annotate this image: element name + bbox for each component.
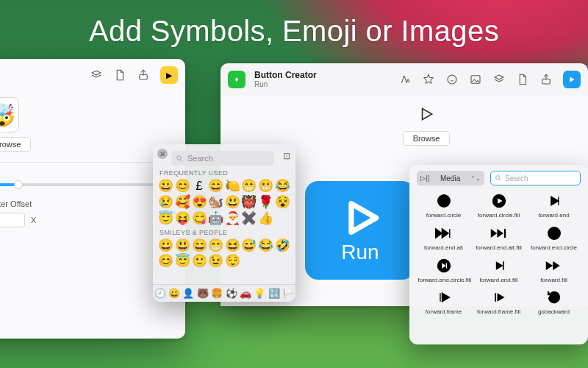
emoji-cell[interactable]: 😊 [158,253,174,269]
close-icon[interactable]: ✕ [157,149,168,159]
document-icon[interactable] [516,73,529,86]
category-people-icon[interactable]: 👤 [182,288,194,299]
symbol-icon [545,256,564,275]
document-icon[interactable] [113,68,126,82]
emoji-cell[interactable]: 😀 [158,238,174,253]
symbol-cell[interactable]: forward.circle [417,191,470,219]
emoji-cell[interactable]: 😀 [158,178,174,194]
emoji-cell[interactable]: 😉 [208,253,224,269]
svg-rect-14 [503,229,505,238]
star-icon[interactable] [422,73,435,86]
emoji-cell[interactable]: 😄 [191,238,207,253]
emoji-cell[interactable]: 😃 [175,238,191,253]
category-flags-icon[interactable]: 🏳️ [282,288,294,299]
emoji-cell[interactable]: 😬 [258,178,274,194]
emoji-cell[interactable]: 🤣 [274,238,290,253]
layers-icon[interactable] [90,68,103,82]
symbol-cell[interactable]: forward.end.alt.fill [472,224,526,252]
emoji-cell[interactable]: 😆 [225,238,241,253]
text-style-icon[interactable] [398,73,412,86]
emoji-cell[interactable]: 😢 [158,194,174,210]
emoji-cell[interactable]: 🤖 [208,210,224,226]
app-icon [228,71,245,88]
symbol-search[interactable]: Search [490,171,581,185]
emoji-cell[interactable]: 🎅 [225,210,241,226]
category-nature-icon[interactable]: 🐻 [197,288,209,299]
symbol-category-select[interactable]: ▷|| Media ⌃⌄ [417,171,484,185]
emoji-cell[interactable]: 😂 [274,178,290,194]
symbol-cell[interactable]: forward.fill [527,256,581,284]
symbol-cell[interactable]: forward.end.fill [472,256,526,284]
emoji-cell[interactable]: 👹 [241,194,257,210]
symbol-cell[interactable]: forward.frame [417,288,470,316]
symbol-cell[interactable]: forward.end.circle [527,224,581,252]
emoji-cell[interactable]: 😅 [241,238,257,253]
category-objects-icon[interactable]: 💡 [254,288,265,299]
run-card-title: Run [341,241,379,264]
emoji-cell[interactable]: 😇 [158,210,174,226]
symbol-name: forward.end.circle [531,245,577,252]
emoji-cell[interactable]: 😋 [191,210,207,226]
emoji-cell[interactable]: 👍 [258,210,274,226]
category-food-icon[interactable]: 🍔 [211,288,223,299]
chevron-updown-icon: ⌃⌄ [470,175,481,182]
app-subtitle: Run [254,80,317,88]
symbol-cell[interactable]: forward.frame.fill [472,288,526,316]
category-smileys-icon[interactable]: 😀 [168,288,180,299]
category-symbols-icon[interactable]: 🔣 [268,288,280,299]
browse-button[interactable]: Browse [403,131,450,146]
emoji-cell[interactable]: 😁 [241,178,257,194]
emoji-section-frequent: FREQUENTLY USED [159,169,290,177]
emoji-cell[interactable] [274,253,290,269]
symbol-category-label: Media [440,174,460,183]
emoji-category-bar[interactable]: 🕘 😀 👤 🐻 🍔 ⚽ 🚗 💡 🔣 🏳️ [153,284,295,302]
emoji-cell[interactable] [241,253,257,269]
emoji-icon[interactable] [445,73,459,86]
emoji-cell[interactable]: 😝 [175,210,191,226]
share-icon[interactable] [137,68,150,82]
emoji-cell[interactable]: 😍 [191,194,207,210]
emoji-cell[interactable]: 😃 [225,194,241,210]
expand-icon[interactable]: ⊡ [283,151,290,161]
share-icon[interactable] [539,73,553,86]
emoji-cell[interactable]: 😌 [225,253,241,269]
symbol-cell[interactable]: forward.circle.fill [472,191,526,219]
media-category-icon: ▷|| [420,174,430,182]
symbol-cell[interactable]: gobackward [527,288,581,316]
offset-x-field[interactable] [0,213,25,227]
emoji-cell[interactable]: 😵 [274,194,290,210]
emoji-cell[interactable]: £ [191,178,207,194]
emoji-picker: ✕ ⊡ Search FREQUENTLY USED 😀😊£😄🍋😁😬😂😢🥰😍🐿️… [153,144,295,302]
emoji-cell[interactable]: 😊 [175,178,191,194]
emoji-cell[interactable]: 😄 [208,178,224,194]
browse-button[interactable]: Browse [0,137,31,152]
emoji-cell[interactable]: 😁 [208,238,224,253]
layers-icon[interactable] [492,73,506,86]
emoji-cell[interactable]: 🐿️ [208,194,224,210]
run-toolbar-button[interactable]: ▶ [160,66,178,84]
emoji-cell[interactable] [258,253,274,269]
image-thumbnail[interactable]: 🤯 [0,97,19,132]
category-recent-icon[interactable]: 🕘 [154,288,166,299]
emoji-cell[interactable]: 🌹 [258,194,274,210]
emoji-search[interactable]: Search [171,151,274,166]
emoji-cell[interactable]: 😂 [258,238,274,253]
symbol-name: forward.end [538,213,569,219]
category-travel-icon[interactable]: 🚗 [240,288,251,299]
symbol-cell[interactable]: forward.end.alt [417,224,470,252]
symbol-cell[interactable]: forward.end.circle.fill [417,256,470,284]
symbol-picker: ▷|| Media ⌃⌄ Search forward.circleforwar… [409,165,588,344]
emoji-cell[interactable]: 🍋 [225,178,241,194]
emoji-cell[interactable]: 😇 [175,253,191,269]
size-label: Size [0,170,175,179]
emoji-cell[interactable]: ✖️ [241,210,257,226]
symbol-cell[interactable]: forward.end [527,191,581,219]
category-activity-icon[interactable]: ⚽ [226,288,237,299]
image-icon[interactable] [469,73,482,86]
symbol-name: forward.fill [540,277,567,284]
emoji-cell[interactable]: 🥰 [175,194,191,210]
emoji-cell[interactable] [274,210,290,226]
emoji-cell[interactable]: 🙂 [191,253,207,269]
size-slider[interactable] [0,183,175,186]
run-toolbar-button[interactable] [563,71,581,88]
